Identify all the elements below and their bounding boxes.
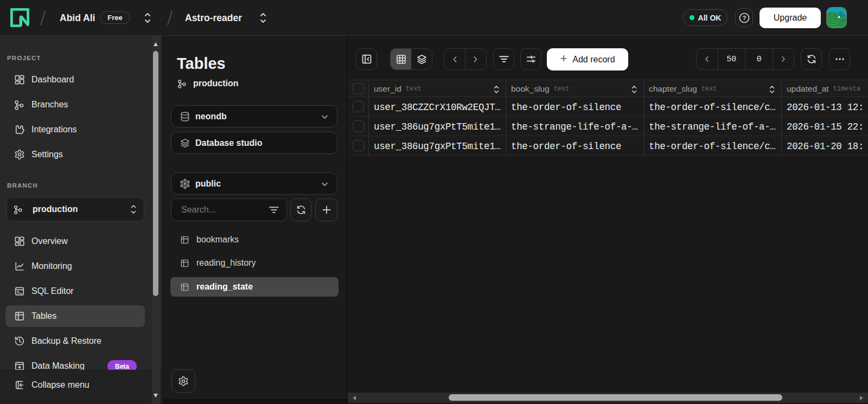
- svg-text:?: ?: [742, 15, 746, 21]
